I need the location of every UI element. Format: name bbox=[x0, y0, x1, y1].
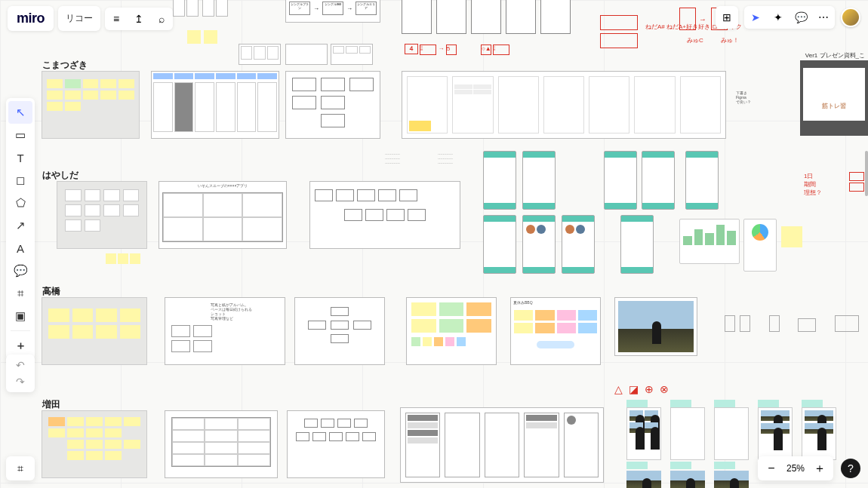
table-frame[interactable] bbox=[151, 71, 279, 139]
pen-tool[interactable]: A bbox=[6, 237, 35, 259]
red-sketch bbox=[600, 15, 645, 60]
phone-mock-pie[interactable] bbox=[743, 219, 777, 272]
phone-wire[interactable] bbox=[402, 0, 432, 34]
section-header: はやしだ bbox=[42, 169, 78, 182]
redo-button[interactable]: ↷ bbox=[16, 376, 25, 388]
board-title[interactable]: リコー bbox=[58, 6, 100, 31]
help-button[interactable]: ? bbox=[841, 459, 860, 478]
grid-tool[interactable]: ⌗ bbox=[6, 282, 35, 305]
comment-icon[interactable]: 💬 bbox=[790, 6, 812, 29]
phone-mock[interactable] bbox=[642, 151, 675, 210]
sticky-tool[interactable]: ◻ bbox=[6, 169, 35, 192]
board-frame[interactable] bbox=[42, 71, 140, 139]
sticky[interactable] bbox=[781, 226, 802, 247]
phone-mock[interactable] bbox=[685, 151, 719, 210]
red-icons: △◪⊕⊗ bbox=[614, 383, 675, 395]
wireframe-set[interactable] bbox=[400, 407, 604, 483]
line-tool[interactable]: ↗ bbox=[6, 214, 35, 237]
phone-mock[interactable] bbox=[604, 151, 637, 210]
frame-tool[interactable]: ▭ bbox=[6, 124, 35, 146]
mini-wires[interactable] bbox=[725, 315, 860, 338]
user-avatar[interactable] bbox=[841, 8, 860, 27]
flow-diagram[interactable] bbox=[309, 181, 460, 249]
wireframe[interactable] bbox=[202, 0, 214, 17]
sticky[interactable] bbox=[106, 253, 116, 264]
text-tool[interactable]: T bbox=[6, 146, 35, 169]
sticky[interactable] bbox=[130, 253, 140, 264]
phone-wire[interactable] bbox=[436, 0, 466, 34]
comment-tool[interactable]: 💬 bbox=[6, 259, 35, 282]
undo-panel: ↶ ↷ bbox=[6, 354, 35, 392]
red-annotation: 1日 期間 理想？ bbox=[804, 172, 822, 197]
more-icon[interactable]: ⋯ bbox=[812, 6, 835, 29]
phone-mock[interactable] bbox=[562, 215, 595, 274]
phone-wire[interactable] bbox=[471, 0, 501, 34]
wireframe[interactable] bbox=[186, 0, 199, 17]
wireframe[interactable] bbox=[173, 0, 185, 17]
board-frame[interactable] bbox=[57, 181, 147, 249]
minimap-toggle[interactable]: ⌗ bbox=[6, 456, 35, 480]
section-header: 高橋 bbox=[42, 285, 60, 298]
apps-icon[interactable]: ⊞ bbox=[716, 6, 738, 29]
flow-frame[interactable]: シングルプラン → シングル360 → シングルエリア bbox=[285, 0, 380, 23]
mini-frame[interactable] bbox=[331, 44, 373, 65]
red-text: みゅC bbox=[687, 36, 703, 45]
photo-frame[interactable] bbox=[614, 297, 697, 356]
undo-button[interactable]: ↶ bbox=[16, 359, 25, 371]
miro-canvas[interactable]: シングルプラン → シングル360 → シングルエリア ねだA# ねだA+好き好… bbox=[0, 0, 868, 488]
board-frame[interactable] bbox=[42, 297, 147, 365]
phone-wire[interactable] bbox=[540, 0, 571, 34]
zoom-out-button[interactable]: − bbox=[761, 458, 782, 479]
section-header: こまつざき bbox=[42, 59, 88, 72]
reactions-icon[interactable]: ✦ bbox=[767, 6, 790, 29]
flow-diagram[interactable] bbox=[285, 71, 380, 139]
red-sketch bbox=[849, 172, 864, 192]
red-sketch-row: ４ ⦙⦙⦙ → 5 ○▲ ⦙⦙ bbox=[405, 44, 571, 55]
menu-icon[interactable]: ≡ bbox=[105, 8, 128, 30]
select-tool[interactable]: ↖ bbox=[8, 101, 32, 124]
export-icon[interactable]: ↥ bbox=[128, 8, 150, 30]
tool-panel: ↖ ▭ T ◻ ⬠ ↗ A 💬 ⌗ ▣ ＋ bbox=[6, 98, 35, 360]
text-block: ……………………………… bbox=[385, 151, 430, 173]
shape-tool[interactable]: ⬠ bbox=[6, 192, 35, 214]
table-frame[interactable] bbox=[165, 410, 278, 478]
miro-logo[interactable]: miro bbox=[8, 6, 54, 31]
table-frame[interactable]: いそんスニーブの××××アプリ bbox=[159, 181, 287, 249]
zoom-control: − 25% ＋ bbox=[758, 456, 833, 480]
phone-mock[interactable] bbox=[483, 215, 516, 274]
flow-diagram[interactable] bbox=[294, 297, 385, 365]
scrollbar[interactable] bbox=[865, 151, 868, 196]
presentation-slide[interactable]: 筋トレ習 bbox=[800, 60, 868, 136]
mini-frame[interactable] bbox=[285, 44, 328, 65]
screens-frame[interactable] bbox=[402, 71, 726, 139]
sticky[interactable] bbox=[187, 30, 201, 44]
sticky-board[interactable] bbox=[406, 297, 497, 365]
phone-mock[interactable] bbox=[620, 215, 654, 274]
zoom-value[interactable]: 25% bbox=[782, 463, 809, 474]
phone-mock[interactable] bbox=[522, 215, 556, 274]
board-frame[interactable] bbox=[42, 410, 147, 478]
mini-frame[interactable] bbox=[239, 44, 281, 65]
phone-wire[interactable] bbox=[506, 0, 536, 34]
phone-mock[interactable] bbox=[522, 151, 556, 210]
zoom-in-button[interactable]: ＋ bbox=[809, 458, 830, 479]
red-text: みゅ！ bbox=[721, 36, 739, 45]
wireframe[interactable] bbox=[216, 0, 228, 17]
figma-note: 下書き Figma で良い？ bbox=[736, 91, 751, 104]
present-tool[interactable]: ▣ bbox=[6, 305, 35, 327]
add-tool[interactable]: ＋ bbox=[6, 334, 35, 357]
slide-label: Ver1 プレゼン資料_こ bbox=[805, 51, 865, 60]
cursor-mode-icon[interactable]: ➤ bbox=[744, 6, 767, 29]
sticky[interactable] bbox=[118, 253, 128, 264]
phone-mock[interactable] bbox=[483, 151, 516, 210]
bbq-board[interactable]: 夏休みBBQ bbox=[510, 297, 601, 365]
flow-diagram[interactable] bbox=[287, 410, 385, 478]
text-block: ……………………………… bbox=[438, 151, 483, 173]
section-header: 増田 bbox=[42, 398, 60, 411]
search-icon[interactable]: ⌕ bbox=[150, 8, 173, 30]
sticky[interactable] bbox=[204, 30, 217, 44]
phone-mock-chart[interactable] bbox=[679, 219, 740, 264]
table-frame[interactable]: 写真と紙がアルバム。 ペースは毎日続けられるショット 写真管理など bbox=[165, 297, 285, 365]
